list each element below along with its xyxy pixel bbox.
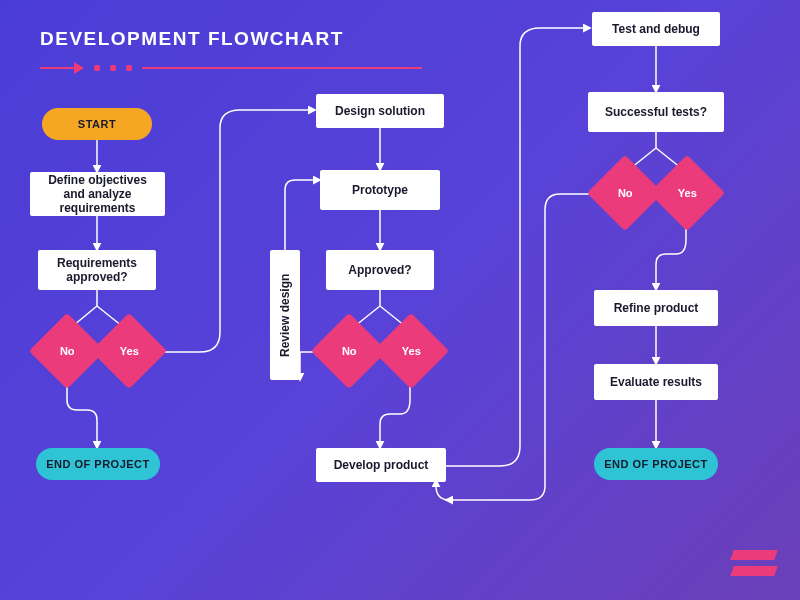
dot-icon bbox=[94, 65, 100, 71]
decorative-divider bbox=[40, 62, 422, 74]
end-of-project-node-2: END OF PROJECT bbox=[594, 448, 718, 480]
design-solution-node: Design solution bbox=[316, 94, 444, 128]
review-design-node: Review design bbox=[270, 250, 300, 380]
divider-line bbox=[142, 67, 422, 69]
decision-yes-label: Yes bbox=[402, 345, 421, 357]
page-title: DEVELOPMENT FLOWCHART bbox=[40, 28, 344, 50]
end-of-project-node-1: END OF PROJECT bbox=[36, 448, 160, 480]
decision-no-label: No bbox=[618, 187, 633, 199]
dot-icon bbox=[110, 65, 116, 71]
test-debug-node: Test and debug bbox=[592, 12, 720, 46]
arrow-right-icon bbox=[40, 62, 84, 74]
decision-yes-label: Yes bbox=[678, 187, 697, 199]
refine-product-node: Refine product bbox=[594, 290, 718, 326]
dot-icon bbox=[126, 65, 132, 71]
decision-no-label: No bbox=[60, 345, 75, 357]
decision-yes: Yes bbox=[373, 313, 449, 389]
decision-yes: Yes bbox=[649, 155, 725, 231]
approved-node: Approved? bbox=[326, 250, 434, 290]
define-node: Define objectives and analyze requiremen… bbox=[30, 172, 165, 216]
requirements-approved-node: Requirements approved? bbox=[38, 250, 156, 290]
start-node: START bbox=[42, 108, 152, 140]
successful-tests-node: Successful tests? bbox=[588, 92, 724, 132]
decision-no-label: No bbox=[342, 345, 357, 357]
evaluate-results-node: Evaluate results bbox=[594, 364, 718, 400]
brand-logo-icon bbox=[732, 544, 776, 582]
decision-yes-label: Yes bbox=[120, 345, 139, 357]
prototype-node: Prototype bbox=[320, 170, 440, 210]
develop-product-node: Develop product bbox=[316, 448, 446, 482]
decision-yes: Yes bbox=[91, 313, 167, 389]
